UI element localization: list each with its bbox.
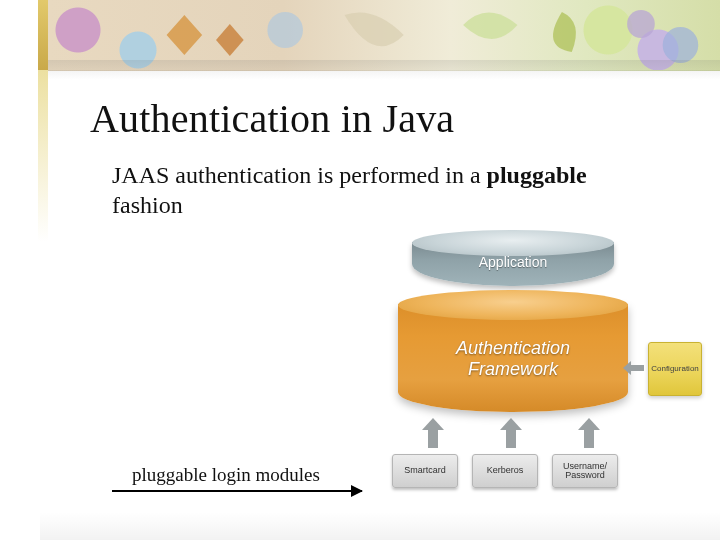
configuration-box: Configuration <box>648 342 702 396</box>
application-label: Application <box>412 254 614 270</box>
module-arrow-1 <box>428 428 438 448</box>
banner-shadow <box>48 60 720 82</box>
left-rail <box>38 70 48 500</box>
body-text: JAAS authentication is performed in a pl… <box>112 160 660 220</box>
svg-point-1 <box>627 10 655 38</box>
body-bold: pluggable <box>487 162 587 188</box>
module-arrow-3 <box>584 428 594 448</box>
caption-arrow <box>112 490 362 492</box>
slide-title: Authentication in Java <box>90 95 454 142</box>
framework-label: Authentication Framework <box>398 338 628 379</box>
configuration-arrow <box>630 365 644 371</box>
body-prefix: JAAS authentication is performed in a <box>112 162 487 188</box>
framework-label-line1: Authentication <box>456 338 570 358</box>
module-username-password: Username/ Password <box>552 454 618 488</box>
module-row: Smartcard Kerberos Username/ Password <box>392 454 618 488</box>
authentication-framework-layer: Authentication Framework <box>398 290 628 420</box>
bottom-shadow <box>40 512 720 540</box>
left-rail-top <box>38 0 48 70</box>
framework-label-line2: Framework <box>468 359 558 379</box>
body-suffix: fashion <box>112 192 183 218</box>
application-cylinder-top <box>412 230 614 256</box>
framework-cylinder-top <box>398 290 628 320</box>
architecture-diagram: Application Authentication Framework Con… <box>380 230 700 510</box>
slide: Authentication in Java JAAS authenticati… <box>0 0 720 540</box>
module-arrow-2 <box>506 428 516 448</box>
application-layer: Application <box>412 230 614 298</box>
svg-point-0 <box>267 12 303 48</box>
module-smartcard: Smartcard <box>392 454 458 488</box>
module-kerberos: Kerberos <box>472 454 538 488</box>
svg-point-2 <box>663 27 699 63</box>
configuration-label: Configuration <box>651 365 699 374</box>
caption-text: pluggable login modules <box>132 464 320 486</box>
